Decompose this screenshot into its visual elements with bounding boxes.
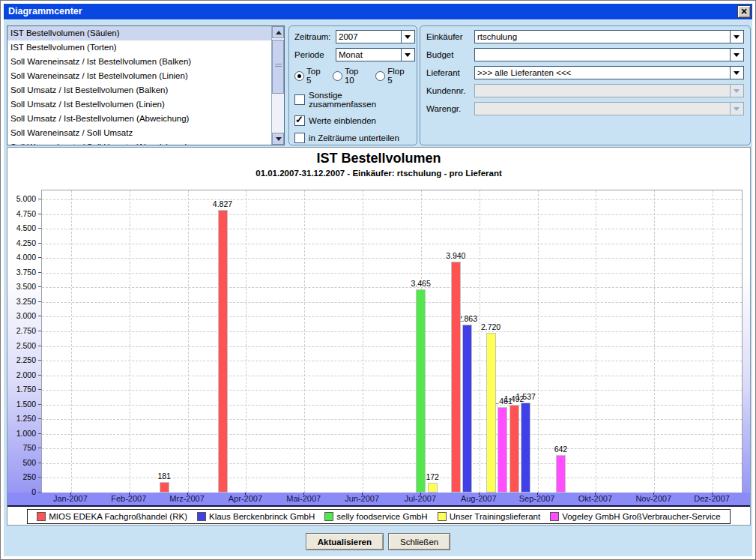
y-tick-mark	[38, 477, 41, 478]
selector-combobox[interactable]: >>> alle Lieferanten <<<	[474, 66, 744, 79]
periode-dropdown-button[interactable]	[402, 48, 415, 61]
y-tick-mark	[38, 448, 41, 448]
selector-dropdown-button[interactable]	[731, 66, 744, 79]
bar-value-label: 1.537	[516, 392, 536, 401]
legend-swatch-icon	[550, 512, 559, 521]
legend-item: selly foodservice GmbH	[324, 512, 427, 521]
chart-subtitle: 01.01.2007-31.12.2007 - Einkäufer: rtsch…	[7, 169, 750, 178]
selector-label: Warengr.	[426, 104, 474, 113]
selector-combobox	[474, 102, 744, 115]
zeitraum-dropdown-button[interactable]	[402, 30, 415, 43]
selector-row: Warengr.	[426, 102, 744, 115]
radio-label[interactable]: Flop 5	[387, 67, 411, 85]
checkbox-label[interactable]: Werte einblenden	[309, 116, 376, 125]
scrollbar-thumb[interactable]	[272, 40, 284, 94]
selector-dropdown-button[interactable]	[731, 30, 744, 43]
scroll-down-button[interactable]	[272, 133, 284, 145]
chart-type-option[interactable]: Soll Wareneinsatz / Ist Bestellvolumen (…	[7, 55, 271, 69]
selector-dropdown-button	[731, 102, 744, 115]
x-tick-mark	[479, 493, 480, 495]
radio-option[interactable]: Top 5	[294, 67, 327, 85]
periode-label: Periode	[294, 50, 336, 59]
bar-value-label: 3.940	[446, 251, 465, 260]
list-scrollbar[interactable]	[271, 26, 284, 145]
checkbox-icon[interactable]	[294, 133, 305, 143]
radio-label[interactable]: Top 10	[345, 67, 370, 85]
y-gridline	[42, 214, 742, 215]
selector-panel: EinkäuferrtschulungBudgetLieferant>>> al…	[420, 25, 751, 145]
selector-label: Budget	[426, 50, 474, 59]
y-gridline	[42, 361, 742, 361]
y-tick-mark	[38, 492, 41, 493]
chart-type-option[interactable]: Soll Umsatz / Ist Bestellvolumen (Balken…	[7, 83, 271, 97]
chart-type-option[interactable]: IST Bestellvolumen (Säulen)	[7, 26, 271, 40]
chevron-down-icon	[734, 107, 740, 111]
checkbox-icon[interactable]	[294, 94, 305, 105]
y-tick-label: 0	[7, 487, 36, 496]
checkbox-label[interactable]: in Zeiträume unterteilen	[309, 133, 399, 142]
chart-type-option[interactable]: Soll Wareneinsatz / Ist Bestellvolumen (…	[7, 69, 271, 83]
radio-option[interactable]: Flop 5	[375, 67, 411, 85]
chevron-down-icon	[734, 53, 740, 57]
chart-type-option[interactable]: IST Bestellvolumen (Torten)	[7, 40, 271, 55]
selector-value[interactable]	[474, 48, 731, 61]
periode-value[interactable]: Monat	[336, 48, 402, 61]
plot-region: 1814.8273.9401.4922.8631.5373.4651722.72…	[7, 182, 750, 505]
x-tick-mark	[70, 493, 71, 495]
selector-value[interactable]: rtschulung	[474, 30, 731, 43]
legend-label: Vogeley GmbH GroßVerbraucher-Service	[562, 512, 721, 521]
zeitraum-combobox[interactable]: 2007	[336, 30, 415, 43]
y-tick-mark	[38, 375, 41, 376]
titlebar: Diagrammcenter ✕	[4, 4, 752, 19]
radio-icon[interactable]	[294, 71, 304, 81]
chart-type-option[interactable]: Soll Umsatz / Ist Bestellvolumen (Linien…	[7, 97, 271, 112]
bar	[556, 455, 566, 493]
y-tick-label: 4.250	[7, 238, 36, 247]
y-tick-label: 3.250	[7, 297, 36, 306]
close-dialog-button[interactable]: Schließen	[388, 533, 450, 550]
bar	[451, 262, 461, 493]
update-button[interactable]: Aktualisieren	[306, 533, 384, 550]
periode-combobox[interactable]: Monat	[336, 48, 415, 61]
y-tick-mark	[38, 243, 41, 244]
radio-icon[interactable]	[333, 71, 342, 81]
checkbox-icon[interactable]	[294, 115, 305, 126]
y-tick-mark	[38, 404, 41, 405]
radio-option[interactable]: Top 10	[333, 67, 370, 85]
screen: Diagrammcenter ✕ IST Bestellvolumen (Säu…	[0, 0, 756, 560]
bar	[160, 482, 169, 493]
y-tick-label: 1.750	[7, 385, 36, 394]
selector-dropdown-button[interactable]	[731, 48, 744, 61]
y-tick-label: 3.000	[7, 311, 36, 320]
y-gridline	[42, 287, 742, 288]
selector-row: Budget	[426, 48, 744, 61]
checkbox-option[interactable]: Werte einblenden	[294, 115, 411, 126]
chart-type-option[interactable]: Soll Wareneinsatz / Soll Umsatz (Abweich…	[7, 140, 271, 145]
y-gridline	[42, 346, 742, 347]
selector-value[interactable]: >>> alle Lieferanten <<<	[474, 66, 731, 79]
chart-legend: MIOS EDEKA Fachgroßhandel (RK)Klaus Berc…	[27, 509, 730, 524]
selector-combobox[interactable]	[474, 48, 744, 61]
y-tick-label: 4.750	[7, 209, 36, 218]
y-tick-mark	[38, 346, 41, 346]
x-tick-mark	[129, 493, 130, 495]
checkbox-option[interactable]: in Zeiträume unterteilen	[294, 133, 411, 143]
chart-type-option[interactable]: Soll Umsatz / Ist-Bestellvolumen (Abweic…	[7, 112, 271, 126]
bar	[218, 210, 228, 493]
bar-value-label: 172	[426, 472, 439, 481]
selector-combobox[interactable]: rtschulung	[474, 30, 744, 43]
chart-type-option[interactable]: Soll Wareneinsatz / Soll Umsatz	[7, 126, 271, 140]
y-tick-label: 1.500	[7, 400, 36, 409]
checkbox-label[interactable]: Sonstige zusammenfassen	[309, 91, 411, 109]
radio-icon[interactable]	[375, 71, 385, 81]
y-tick-mark	[38, 418, 41, 419]
scroll-up-button[interactable]	[272, 26, 284, 38]
x-gridline	[538, 190, 539, 493]
radio-label[interactable]: Top 5	[306, 67, 327, 85]
close-button[interactable]: ✕	[737, 5, 751, 18]
y-tick-label: 4.000	[7, 253, 36, 262]
checkbox-option[interactable]: Sonstige zusammenfassen	[294, 91, 411, 109]
x-gridline	[130, 190, 130, 493]
y-gridline	[42, 258, 742, 259]
zeitraum-value[interactable]: 2007	[336, 30, 402, 43]
